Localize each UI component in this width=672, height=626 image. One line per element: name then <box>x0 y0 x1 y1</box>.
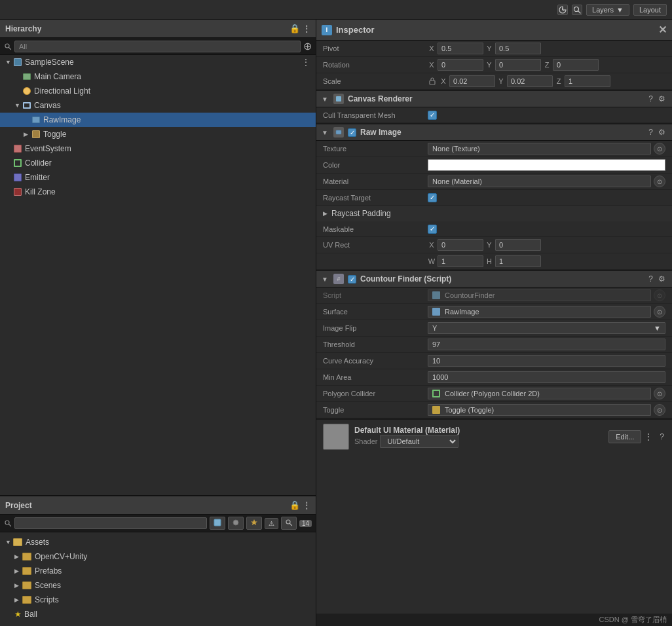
scale-x-input[interactable] <box>449 75 495 87</box>
raw-image-help-btn[interactable]: ? <box>647 128 654 137</box>
hierarchy-search-plus[interactable]: ⊕ <box>303 40 312 52</box>
imageflip-value: Y ▼ <box>428 322 665 334</box>
rotation-y-input[interactable] <box>495 59 541 71</box>
tree-item-directionallight[interactable]: Directional Light <box>0 84 316 98</box>
tree-item-canvas[interactable]: ▼ Canvas <box>0 98 316 113</box>
toggle-comp-field[interactable]: Toggle (Toggle) <box>428 404 651 416</box>
folder-item-assets[interactable]: ▼ Assets <box>0 535 316 549</box>
toggle-pick-btn[interactable]: ⊙ <box>654 404 665 416</box>
scale-x-label: X <box>439 77 447 85</box>
lock-icon[interactable]: 🔒 <box>289 24 300 33</box>
uvrect-y-input[interactable] <box>495 239 541 251</box>
pivot-x-input[interactable] <box>438 43 483 54</box>
material-field[interactable]: None (Material) <box>428 175 651 187</box>
tree-item-toggle[interactable]: ▶ Toggle <box>0 127 316 141</box>
uvrect-x-input[interactable] <box>438 239 483 251</box>
project-filter-btn3[interactable] <box>246 517 262 530</box>
imageflip-dropdown[interactable]: Y ▼ <box>428 322 665 334</box>
shader-select[interactable]: UI/Default <box>380 435 458 448</box>
material-menu-icon[interactable]: ⋮ <box>644 432 653 442</box>
cull-transparent-checkbox[interactable]: ✓ <box>428 111 437 120</box>
pivot-y-input[interactable] <box>495 43 541 54</box>
project-filter-btn4[interactable]: ⚠ <box>265 518 278 529</box>
layout-button[interactable]: Layout <box>633 4 667 16</box>
tree-item-collider[interactable]: Collider <box>0 156 316 170</box>
hierarchy-menu-icon[interactable]: ⋮ <box>303 24 310 33</box>
scale-z-input[interactable] <box>565 75 610 87</box>
canvas-renderer-settings-btn[interactable]: ⚙ <box>657 94 667 103</box>
material-help-btn[interactable]: ? <box>658 432 665 441</box>
uvrect-h-label: H <box>485 257 493 265</box>
raycast-target-checkbox[interactable]: ✓ <box>428 193 437 202</box>
raw-image-checkbox[interactable]: ✓ <box>348 128 356 137</box>
opencv-folder-icon <box>22 553 31 561</box>
contour-finder-section[interactable]: ▼ # ✓ Countour Finder (Script) ? ⚙ <box>316 270 672 287</box>
canvas-renderer-section[interactable]: ▼ Canvas Renderer ? ⚙ <box>316 90 672 107</box>
folder-item-ball[interactable]: ★ Ball <box>0 607 316 621</box>
script-row: Script CountourFinder ⊙ <box>316 287 672 304</box>
surface-field[interactable]: RawImage <box>428 306 651 318</box>
uvrect-row: UV Rect X Y <box>316 237 672 253</box>
folder-label-assets: Assets <box>26 538 49 547</box>
edit-button[interactable]: Edit... <box>608 430 641 443</box>
folder-item-scenes[interactable]: ▶ Scenes <box>0 578 316 593</box>
search-icon[interactable] <box>572 5 582 15</box>
layers-label: Layers <box>592 6 614 14</box>
project-filter-btn2[interactable] <box>228 517 244 530</box>
watermark-text: CSDN @ 雪弯了眉梢 <box>599 616 667 623</box>
polygon-collider-field[interactable]: Collider (Polygon Collider 2D) <box>428 388 651 399</box>
project-lock-icon[interactable]: 🔒 <box>289 500 300 510</box>
project-menu-icon[interactable]: ⋮ <box>303 501 310 510</box>
project-filter-btn1[interactable] <box>210 517 225 530</box>
samplescene-menu-icon[interactable]: ⋮ <box>301 57 310 67</box>
polygon-collider-icon <box>432 390 440 397</box>
canvas-renderer-help-btn[interactable]: ? <box>647 94 654 103</box>
history-icon[interactable] <box>557 5 568 15</box>
polygon-pick-btn[interactable]: ⊙ <box>654 388 665 399</box>
tree-label-killzone: Kill Zone <box>25 187 310 196</box>
tree-item-maincamera[interactable]: Main Camera <box>0 69 316 84</box>
light-icon <box>22 86 31 96</box>
maskable-checkbox[interactable]: ✓ <box>428 225 437 234</box>
contour-finder-checkbox[interactable]: ✓ <box>348 275 356 284</box>
scale-lock-icon[interactable] <box>428 77 437 86</box>
curve-accuracy-input[interactable] <box>428 355 665 367</box>
folder-label-opencv: OpenCV+Unity <box>35 552 87 561</box>
tree-item-rawimage[interactable]: RawImage <box>0 113 316 127</box>
project-search-icon-btn[interactable] <box>281 517 297 530</box>
project-search-input[interactable] <box>14 517 207 529</box>
tree-item-emitter[interactable]: Emitter <box>0 170 316 185</box>
contour-finder-settings-btn[interactable]: ⚙ <box>657 274 667 284</box>
tree-label-toggle: Toggle <box>43 130 310 139</box>
raw-image-section[interactable]: ▼ ✓ Raw Image ? ⚙ <box>316 123 672 141</box>
tree-item-killzone[interactable]: Kill Zone <box>0 185 316 199</box>
folder-item-scripts[interactable]: ▶ Scripts <box>0 593 316 607</box>
uvrect-w-input[interactable] <box>438 255 483 267</box>
raw-image-settings-btn[interactable]: ⚙ <box>657 128 667 137</box>
threshold-input[interactable] <box>428 339 665 350</box>
contour-finder-btns: ? ⚙ <box>647 274 667 284</box>
folder-item-opencv[interactable]: ▶ OpenCV+Unity <box>0 549 316 564</box>
material-pick-btn[interactable]: ⊙ <box>654 175 665 187</box>
texture-field[interactable]: None (Texture) <box>428 143 651 155</box>
tree-item-samplescene[interactable]: ▼ SampleScene ⋮ <box>0 55 316 69</box>
color-field[interactable] <box>428 159 665 171</box>
scale-y-input[interactable] <box>507 75 553 87</box>
surface-pick-btn[interactable]: ⊙ <box>654 306 665 318</box>
script-label: Script <box>323 291 428 299</box>
raycast-padding-row[interactable]: ▶ Raycast Padding <box>316 206 672 221</box>
uvrect-h-input[interactable] <box>495 255 541 267</box>
contour-finder-help-btn[interactable]: ? <box>647 274 654 284</box>
project-title: Project <box>5 501 32 510</box>
layers-button[interactable]: Layers ▼ <box>586 4 629 16</box>
min-area-input[interactable] <box>428 371 665 383</box>
inspector-close-icon[interactable]: ✕ <box>658 24 667 36</box>
script-pick-btn: ⊙ <box>654 289 665 301</box>
texture-pick-btn[interactable]: ⊙ <box>654 143 665 155</box>
rotation-x-input[interactable] <box>438 59 483 71</box>
hierarchy-search-input[interactable] <box>14 41 301 52</box>
folder-item-prefabs[interactable]: ▶ Prefabs <box>0 564 316 578</box>
threshold-value <box>428 339 665 350</box>
rotation-z-input[interactable] <box>553 59 599 71</box>
tree-item-eventsystem[interactable]: EventSystem <box>0 141 316 156</box>
